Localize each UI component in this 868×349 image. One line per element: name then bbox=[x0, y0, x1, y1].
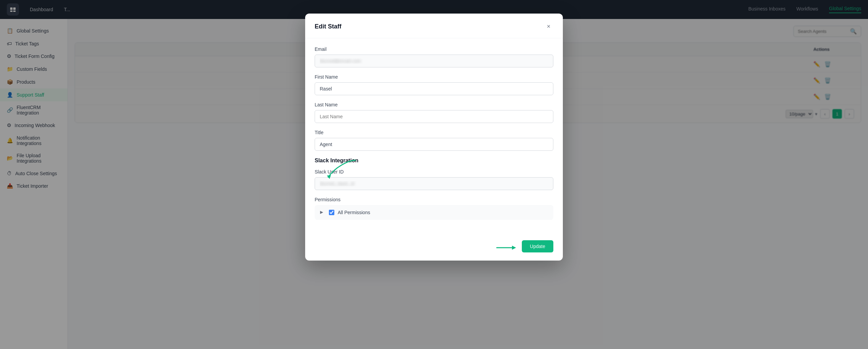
all-permissions-checkbox[interactable] bbox=[329, 210, 334, 215]
all-permissions-label: All Permissions bbox=[338, 210, 370, 215]
title-label: Title bbox=[315, 130, 553, 135]
permissions-group: Permissions ▶ All Permissions bbox=[315, 197, 553, 220]
permissions-label: Permissions bbox=[315, 197, 553, 202]
title-field[interactable] bbox=[315, 138, 553, 151]
last-name-field[interactable] bbox=[315, 110, 553, 123]
modal-overlay: Edit Staff × Email First Name Last Name … bbox=[0, 0, 868, 349]
slack-user-id-field[interactable] bbox=[315, 177, 553, 190]
modal-close-button[interactable]: × bbox=[544, 22, 553, 31]
update-arrow bbox=[495, 243, 522, 253]
all-permissions-row: ▶ All Permissions bbox=[320, 210, 548, 215]
modal-header: Edit Staff × bbox=[305, 14, 563, 38]
modal-body: Email First Name Last Name Title Slack I… bbox=[305, 38, 563, 235]
svg-marker-5 bbox=[512, 246, 516, 250]
modal-title: Edit Staff bbox=[315, 23, 341, 30]
title-group: Title bbox=[315, 130, 553, 151]
last-name-label: Last Name bbox=[315, 102, 553, 107]
permissions-section: ▶ All Permissions bbox=[315, 205, 553, 220]
slack-integration-section: Slack Integration Slack User ID bbox=[315, 158, 553, 190]
first-name-label: First Name bbox=[315, 74, 553, 80]
slack-id-wrapper bbox=[315, 177, 553, 190]
last-name-group: Last Name bbox=[315, 102, 553, 123]
email-label: Email bbox=[315, 46, 553, 52]
email-field[interactable] bbox=[315, 55, 553, 67]
edit-staff-modal: Edit Staff × Email First Name Last Name … bbox=[305, 14, 563, 261]
email-group: Email bbox=[315, 46, 553, 67]
slack-section-title: Slack Integration bbox=[315, 158, 553, 164]
update-button[interactable]: Update bbox=[522, 240, 553, 252]
first-name-field[interactable] bbox=[315, 82, 553, 95]
first-name-group: First Name bbox=[315, 74, 553, 95]
permissions-expand-icon[interactable]: ▶ bbox=[320, 210, 326, 215]
slack-user-id-label: Slack User ID bbox=[315, 169, 553, 174]
modal-footer: Update bbox=[305, 235, 563, 261]
